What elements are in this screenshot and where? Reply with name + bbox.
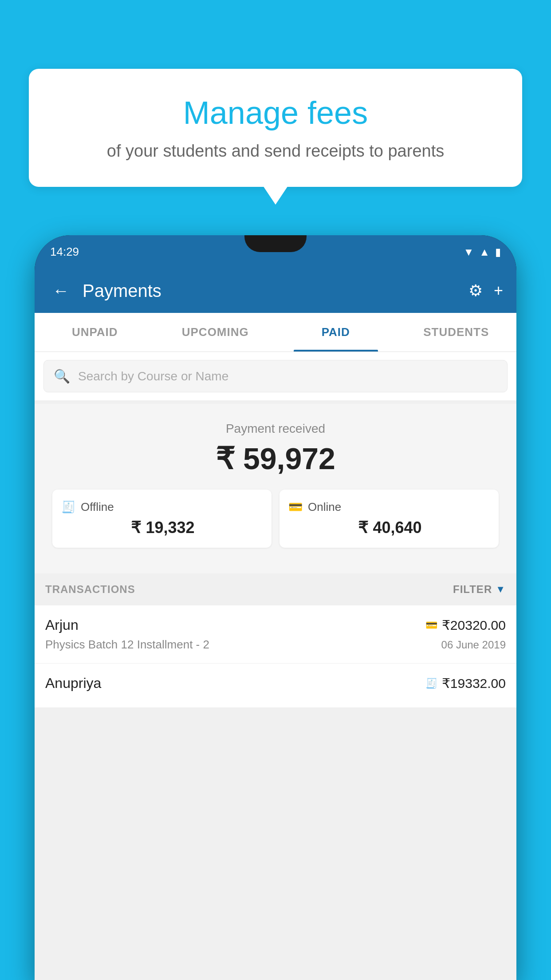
transaction-top: Anupriya 🧾 ₹19332.00 (45, 675, 506, 692)
offline-label: Offline (81, 500, 114, 514)
amount-row: 💳 ₹20320.00 (425, 617, 506, 633)
status-bar: 14:29 ▼ ▲ ▮ (35, 235, 516, 269)
transaction-bottom: Physics Batch 12 Installment - 2 06 June… (45, 638, 506, 652)
search-container: 🔍 Search by Course or Name (35, 352, 516, 400)
tab-upcoming[interactable]: UPCOMING (155, 313, 276, 352)
notch (244, 235, 307, 252)
online-card-header: 💳 Online (288, 500, 490, 514)
payment-total-amount: ₹ 59,972 (43, 441, 508, 476)
online-icon: 💳 (288, 500, 303, 514)
online-label: Online (308, 500, 341, 514)
app-bar-actions: ⚙ + (468, 281, 503, 300)
tab-students[interactable]: STUDENTS (396, 313, 517, 352)
add-icon[interactable]: + (494, 281, 503, 300)
search-placeholder: Search by Course or Name (78, 369, 228, 383)
payment-received-label: Payment received (43, 422, 508, 436)
app-bar-title: Payments (83, 281, 460, 301)
phone-frame: 14:29 ▼ ▲ ▮ ← Payments ⚙ + UNPAID UPCOMI… (35, 235, 516, 980)
offline-icon: 🧾 (61, 500, 75, 514)
amount-row: 🧾 ₹19332.00 (425, 676, 506, 691)
transaction-top: Arjun 💳 ₹20320.00 (45, 617, 506, 633)
transactions-header: TRANSACTIONS FILTER ▼ (35, 573, 516, 605)
payment-cards: 🧾 Offline ₹ 19,332 💳 Online ₹ 40,640 (43, 490, 508, 560)
battery-icon: ▮ (495, 246, 501, 258)
payment-summary: Payment received ₹ 59,972 🧾 Offline ₹ 19… (35, 404, 516, 573)
transaction-row[interactable]: Anupriya 🧾 ₹19332.00 (35, 664, 516, 708)
phone-screen: UNPAID UPCOMING PAID STUDENTS 🔍 Search b… (35, 313, 516, 980)
tab-paid[interactable]: PAID (276, 313, 396, 352)
payment-mode-icon: 💳 (425, 620, 437, 631)
offline-payment-card: 🧾 Offline ₹ 19,332 (52, 490, 272, 548)
offline-amount: ₹ 19,332 (61, 518, 263, 537)
tab-unpaid[interactable]: UNPAID (35, 313, 155, 352)
app-bar: ← Payments ⚙ + (35, 269, 516, 313)
filter-button[interactable]: FILTER ▼ (453, 583, 506, 596)
filter-label: FILTER (453, 583, 492, 596)
speech-bubble: Manage fees of your students and send re… (29, 69, 522, 187)
transaction-row[interactable]: Arjun 💳 ₹20320.00 Physics Batch 12 Insta… (35, 605, 516, 664)
offline-card-header: 🧾 Offline (61, 500, 263, 514)
search-icon: 🔍 (54, 368, 70, 384)
bubble-subtitle: of your students and send receipts to pa… (51, 140, 500, 162)
transactions-label: TRANSACTIONS (45, 583, 135, 596)
status-icons: ▼ ▲ ▮ (463, 246, 501, 258)
student-name: Arjun (45, 617, 79, 633)
back-button[interactable]: ← (48, 277, 74, 305)
course-info: Physics Batch 12 Installment - 2 (45, 638, 209, 652)
tabs-bar: UNPAID UPCOMING PAID STUDENTS (35, 313, 516, 352)
transaction-amount: ₹19332.00 (442, 676, 506, 691)
settings-icon[interactable]: ⚙ (468, 281, 483, 300)
status-time: 14:29 (50, 245, 79, 259)
wifi-icon: ▼ (463, 246, 474, 258)
online-payment-card: 💳 Online ₹ 40,640 (279, 490, 499, 548)
filter-icon: ▼ (496, 584, 506, 595)
bubble-title: Manage fees (51, 95, 500, 130)
transaction-date: 06 June 2019 (441, 639, 506, 651)
search-bar[interactable]: 🔍 Search by Course or Name (43, 360, 508, 392)
online-amount: ₹ 40,640 (288, 518, 490, 537)
student-name: Anupriya (45, 675, 101, 692)
signal-icon: ▲ (479, 246, 490, 258)
payment-mode-icon: 🧾 (425, 678, 437, 689)
transaction-amount: ₹20320.00 (442, 617, 506, 633)
